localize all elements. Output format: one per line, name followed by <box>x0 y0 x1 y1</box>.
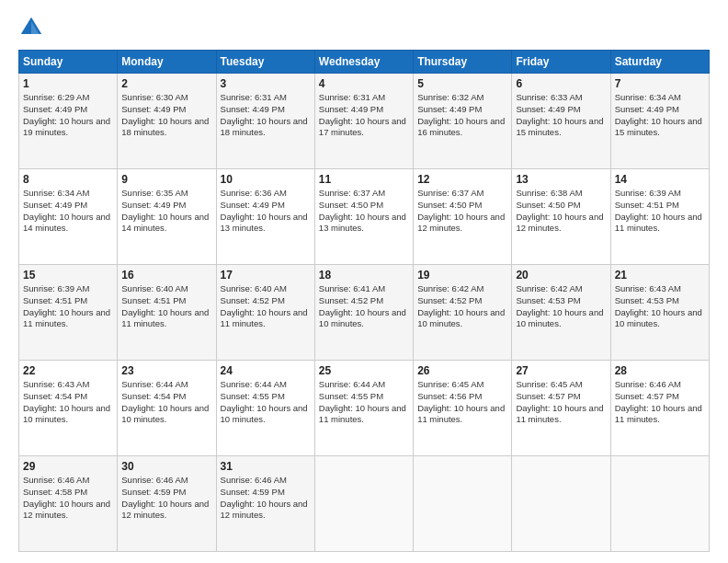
calendar-cell: 3Sunrise: 6:31 AMSunset: 4:49 PMDaylight… <box>216 74 314 169</box>
calendar-cell: 31Sunrise: 6:46 AMSunset: 4:59 PMDayligh… <box>216 456 314 552</box>
calendar-week-row: 29Sunrise: 6:46 AMSunset: 4:58 PMDayligh… <box>19 456 710 552</box>
calendar-cell: 15Sunrise: 6:39 AMSunset: 4:51 PMDayligh… <box>19 265 118 361</box>
logo <box>18 15 48 40</box>
calendar-cell: 30Sunrise: 6:46 AMSunset: 4:59 PMDayligh… <box>118 456 216 552</box>
day-info: Sunrise: 6:44 AMSunset: 4:55 PMDaylight:… <box>319 379 409 426</box>
header <box>18 15 710 40</box>
day-number: 22 <box>23 364 113 377</box>
day-info: Sunrise: 6:40 AMSunset: 4:51 PMDaylight:… <box>121 283 211 330</box>
page: SundayMondayTuesdayWednesdayThursdayFrid… <box>0 0 728 563</box>
day-info: Sunrise: 6:37 AMSunset: 4:50 PMDaylight:… <box>319 188 409 235</box>
day-number: 13 <box>516 173 606 186</box>
calendar-cell: 20Sunrise: 6:42 AMSunset: 4:53 PMDayligh… <box>512 265 610 361</box>
calendar-cell: 27Sunrise: 6:45 AMSunset: 4:57 PMDayligh… <box>512 361 610 456</box>
day-number: 8 <box>23 173 113 186</box>
day-number: 26 <box>417 364 507 377</box>
day-number: 21 <box>615 269 705 282</box>
calendar-cell: 8Sunrise: 6:34 AMSunset: 4:49 PMDaylight… <box>19 169 118 265</box>
calendar-cell: 22Sunrise: 6:43 AMSunset: 4:54 PMDayligh… <box>19 361 118 456</box>
day-info: Sunrise: 6:45 AMSunset: 4:56 PMDaylight:… <box>417 379 507 426</box>
day-number: 19 <box>417 269 507 282</box>
day-info: Sunrise: 6:34 AMSunset: 4:49 PMDaylight:… <box>23 188 113 235</box>
calendar-cell: 4Sunrise: 6:31 AMSunset: 4:49 PMDaylight… <box>314 74 413 169</box>
day-number: 2 <box>121 77 211 90</box>
calendar-cell: 28Sunrise: 6:46 AMSunset: 4:57 PMDayligh… <box>610 361 709 456</box>
calendar-cell: 7Sunrise: 6:34 AMSunset: 4:49 PMDaylight… <box>610 74 709 169</box>
day-info: Sunrise: 6:46 AMSunset: 4:57 PMDaylight:… <box>615 379 705 426</box>
calendar-cell: 14Sunrise: 6:39 AMSunset: 4:51 PMDayligh… <box>610 169 709 265</box>
day-number: 28 <box>615 364 705 377</box>
day-info: Sunrise: 6:46 AMSunset: 4:59 PMDaylight:… <box>221 475 311 522</box>
day-number: 30 <box>121 460 211 473</box>
day-info: Sunrise: 6:31 AMSunset: 4:49 PMDaylight:… <box>319 92 409 139</box>
day-info: Sunrise: 6:42 AMSunset: 4:53 PMDaylight:… <box>516 283 606 330</box>
day-info: Sunrise: 6:43 AMSunset: 4:53 PMDaylight:… <box>615 283 705 330</box>
calendar-cell: 24Sunrise: 6:44 AMSunset: 4:55 PMDayligh… <box>216 361 314 456</box>
weekday-header-saturday: Saturday <box>610 51 709 74</box>
day-info: Sunrise: 6:30 AMSunset: 4:49 PMDaylight:… <box>121 92 211 139</box>
day-info: Sunrise: 6:32 AMSunset: 4:49 PMDaylight:… <box>417 92 507 139</box>
calendar-cell <box>414 456 512 552</box>
weekday-header-tuesday: Tuesday <box>216 51 314 74</box>
calendar-cell: 23Sunrise: 6:44 AMSunset: 4:54 PMDayligh… <box>118 361 216 456</box>
day-number: 17 <box>221 269 311 282</box>
day-number: 27 <box>516 364 606 377</box>
day-number: 4 <box>319 77 409 90</box>
calendar-cell: 16Sunrise: 6:40 AMSunset: 4:51 PMDayligh… <box>118 265 216 361</box>
day-info: Sunrise: 6:31 AMSunset: 4:49 PMDaylight:… <box>221 92 311 139</box>
day-number: 6 <box>516 77 606 90</box>
day-info: Sunrise: 6:42 AMSunset: 4:52 PMDaylight:… <box>417 283 507 330</box>
calendar-cell: 5Sunrise: 6:32 AMSunset: 4:49 PMDaylight… <box>414 74 512 169</box>
calendar-header-row: SundayMondayTuesdayWednesdayThursdayFrid… <box>19 51 710 74</box>
calendar-week-row: 15Sunrise: 6:39 AMSunset: 4:51 PMDayligh… <box>19 265 710 361</box>
calendar-cell: 10Sunrise: 6:36 AMSunset: 4:49 PMDayligh… <box>216 169 314 265</box>
day-info: Sunrise: 6:36 AMSunset: 4:49 PMDaylight:… <box>221 188 311 235</box>
day-info: Sunrise: 6:40 AMSunset: 4:52 PMDaylight:… <box>221 283 311 330</box>
logo-icon <box>18 15 44 40</box>
day-info: Sunrise: 6:44 AMSunset: 4:55 PMDaylight:… <box>221 379 311 426</box>
calendar-cell: 2Sunrise: 6:30 AMSunset: 4:49 PMDaylight… <box>118 74 216 169</box>
day-info: Sunrise: 6:38 AMSunset: 4:50 PMDaylight:… <box>516 188 606 235</box>
day-number: 29 <box>23 460 113 473</box>
day-info: Sunrise: 6:41 AMSunset: 4:52 PMDaylight:… <box>319 283 409 330</box>
day-number: 23 <box>121 364 211 377</box>
calendar-cell: 6Sunrise: 6:33 AMSunset: 4:49 PMDaylight… <box>512 74 610 169</box>
day-number: 20 <box>516 269 606 282</box>
weekday-header-wednesday: Wednesday <box>314 51 413 74</box>
calendar-body: 1Sunrise: 6:29 AMSunset: 4:49 PMDaylight… <box>19 74 710 552</box>
day-number: 18 <box>319 269 409 282</box>
calendar-cell: 12Sunrise: 6:37 AMSunset: 4:50 PMDayligh… <box>414 169 512 265</box>
calendar-cell <box>314 456 413 552</box>
day-number: 25 <box>319 364 409 377</box>
calendar-cell: 21Sunrise: 6:43 AMSunset: 4:53 PMDayligh… <box>610 265 709 361</box>
calendar-cell: 1Sunrise: 6:29 AMSunset: 4:49 PMDaylight… <box>19 74 118 169</box>
day-number: 3 <box>221 77 311 90</box>
day-info: Sunrise: 6:37 AMSunset: 4:50 PMDaylight:… <box>417 188 507 235</box>
day-info: Sunrise: 6:29 AMSunset: 4:49 PMDaylight:… <box>23 92 113 139</box>
calendar-cell: 18Sunrise: 6:41 AMSunset: 4:52 PMDayligh… <box>314 265 413 361</box>
day-number: 7 <box>615 77 705 90</box>
day-info: Sunrise: 6:45 AMSunset: 4:57 PMDaylight:… <box>516 379 606 426</box>
weekday-header-sunday: Sunday <box>19 51 118 74</box>
day-number: 12 <box>417 173 507 186</box>
calendar-cell: 19Sunrise: 6:42 AMSunset: 4:52 PMDayligh… <box>414 265 512 361</box>
day-number: 10 <box>221 173 311 186</box>
day-info: Sunrise: 6:33 AMSunset: 4:49 PMDaylight:… <box>516 92 606 139</box>
day-info: Sunrise: 6:44 AMSunset: 4:54 PMDaylight:… <box>121 379 211 426</box>
day-number: 9 <box>121 173 211 186</box>
calendar-cell: 25Sunrise: 6:44 AMSunset: 4:55 PMDayligh… <box>314 361 413 456</box>
weekday-header-thursday: Thursday <box>414 51 512 74</box>
calendar-cell: 17Sunrise: 6:40 AMSunset: 4:52 PMDayligh… <box>216 265 314 361</box>
calendar-cell: 29Sunrise: 6:46 AMSunset: 4:58 PMDayligh… <box>19 456 118 552</box>
day-number: 31 <box>221 460 311 473</box>
day-number: 16 <box>121 269 211 282</box>
calendar-week-row: 8Sunrise: 6:34 AMSunset: 4:49 PMDaylight… <box>19 169 710 265</box>
weekday-header-monday: Monday <box>118 51 216 74</box>
day-number: 15 <box>23 269 113 282</box>
calendar-cell <box>512 456 610 552</box>
calendar-cell <box>610 456 709 552</box>
day-info: Sunrise: 6:39 AMSunset: 4:51 PMDaylight:… <box>615 188 705 235</box>
day-info: Sunrise: 6:46 AMSunset: 4:58 PMDaylight:… <box>23 475 113 522</box>
day-number: 11 <box>319 173 409 186</box>
calendar-week-row: 22Sunrise: 6:43 AMSunset: 4:54 PMDayligh… <box>19 361 710 456</box>
